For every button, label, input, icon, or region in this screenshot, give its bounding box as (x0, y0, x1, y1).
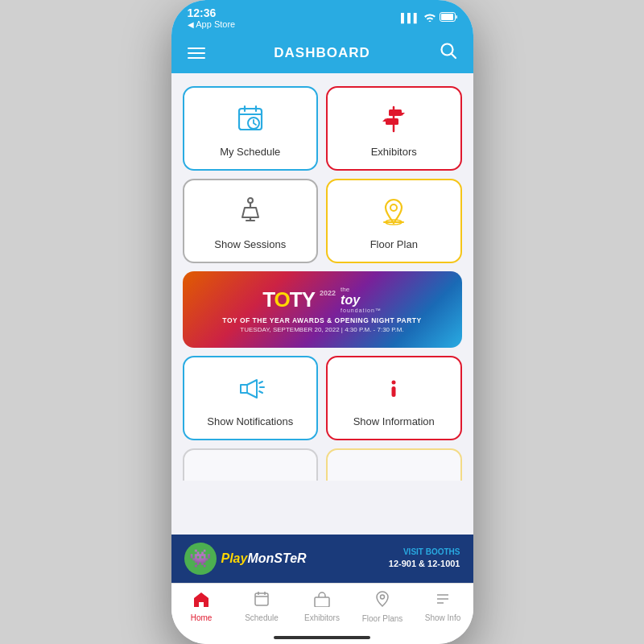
schedule-icon (234, 102, 266, 139)
status-bar: 12:36 App Store ▌▌▌ (171, 0, 473, 32)
tab-exhibitors-label: Exhibitors (304, 613, 340, 622)
grid-row-2: Show Sessions Floor Plan (183, 179, 462, 263)
tab-show-info-label: Show Info (425, 613, 460, 622)
svg-marker-22 (241, 380, 257, 398)
grid-row-4 (183, 448, 462, 481)
svg-point-16 (248, 198, 253, 203)
show-notifications-card[interactable]: Show Notifications (183, 356, 319, 440)
grid-row-1: My Schedule Exhibitors (183, 86, 462, 171)
home-bar (274, 636, 370, 639)
toty-title: TOTY (262, 289, 315, 310)
exhibitors-icon (378, 102, 410, 139)
battery-icon (440, 12, 457, 23)
floor-plan-label: Floor Plan (370, 238, 418, 250)
show-info-tab-icon (435, 591, 451, 611)
play-monster-logo: 👾 PlayMonSTeR (184, 543, 307, 575)
schedule-tab-icon (254, 591, 270, 611)
sessions-icon (234, 195, 266, 232)
signal-icon: ▌▌▌ (401, 13, 419, 23)
partial-card-1 (183, 448, 319, 481)
phone-frame: 12:36 App Store ▌▌▌ DASHBOARD (171, 0, 473, 644)
monster-text: MonSTeR (247, 551, 306, 565)
svg-rect-10 (389, 109, 402, 116)
status-left: 12:36 App Store (188, 6, 236, 29)
svg-point-26 (392, 381, 396, 385)
svg-marker-14 (242, 208, 258, 217)
svg-rect-28 (255, 593, 268, 605)
floor-plan-icon (378, 195, 410, 232)
svg-rect-32 (315, 597, 329, 607)
tab-home-label: Home (191, 613, 213, 622)
ad-banner[interactable]: 👾 PlayMonSTeR VISIT BOOTHS 12-901 & 12-1… (171, 535, 473, 583)
toty-logo: TOTY 2022 the toy foundation™ (262, 286, 382, 313)
svg-marker-13 (382, 118, 386, 122)
svg-rect-12 (386, 118, 398, 125)
floor-plan-card[interactable]: Floor Plan (326, 179, 462, 263)
svg-line-25 (259, 391, 262, 393)
play-text: Play (221, 551, 248, 565)
the-text: the (341, 286, 349, 293)
tab-show-info[interactable]: Show Info (413, 591, 473, 622)
svg-line-23 (259, 382, 262, 383)
show-sessions-label: Show Sessions (214, 238, 286, 250)
visit-label: VISIT BOOTHS (389, 547, 460, 558)
svg-rect-1 (441, 14, 453, 20)
monster-mascot-icon: 👾 (184, 543, 217, 575)
tab-floor-plans-label: Floor Plans (362, 614, 403, 623)
toy-text: toy (341, 293, 360, 308)
tab-exhibitors[interactable]: Exhibitors (292, 591, 353, 622)
status-icons: ▌▌▌ (401, 12, 456, 23)
play-monster-text: PlayMonSTeR (221, 551, 307, 565)
wifi-icon (423, 12, 436, 23)
my-schedule-card[interactable]: My Schedule (183, 86, 319, 171)
toty-banner[interactable]: TOTY 2022 the toy foundation™ TOY OF THE… (183, 271, 462, 348)
menu-button[interactable] (188, 47, 205, 59)
status-store: App Store (188, 19, 236, 29)
foundation-text: foundation™ (341, 308, 382, 313)
exhibitors-tab-icon (313, 591, 331, 611)
partial-card-2 (326, 448, 462, 481)
show-sessions-card[interactable]: Show Sessions (183, 179, 319, 263)
toty-year: 2022 (320, 289, 336, 297)
information-icon (378, 372, 410, 409)
show-information-card[interactable]: Show Information (326, 356, 462, 440)
svg-point-33 (381, 595, 385, 599)
app-header: DASHBOARD (171, 32, 473, 73)
header-title: DASHBOARD (274, 45, 370, 61)
status-time: 12:36 (188, 6, 236, 19)
banner-subtitle: TOY OF THE YEAR AWARDS & OPENING NIGHT P… (222, 316, 421, 324)
toy-foundation: the toy foundation™ (341, 286, 382, 313)
tab-bar: Home Schedule Exhibitors Floor Plans Sho… (171, 583, 473, 633)
exhibitors-card[interactable]: Exhibitors (326, 86, 462, 171)
my-schedule-label: My Schedule (220, 146, 280, 158)
svg-rect-27 (392, 386, 396, 397)
visit-info: VISIT BOOTHS 12-901 & 12-1001 (389, 547, 460, 570)
svg-point-19 (390, 204, 397, 211)
floor-plans-tab-icon (374, 590, 390, 612)
svg-marker-11 (402, 113, 405, 116)
search-button[interactable] (440, 42, 457, 64)
grid-row-3: Show Notifications Show Information (183, 356, 462, 440)
tab-home[interactable]: Home (171, 591, 232, 622)
notifications-icon (234, 372, 266, 409)
tab-floor-plans[interactable]: Floor Plans (353, 590, 413, 623)
main-content: My Schedule Exhibitors (171, 73, 473, 535)
tab-schedule[interactable]: Schedule (232, 591, 292, 622)
exhibitors-label: Exhibitors (371, 146, 417, 158)
home-icon (192, 591, 210, 611)
show-information-label: Show Information (353, 415, 435, 427)
play-monster-name: PlayMonSTeR (221, 551, 307, 566)
show-notifications-label: Show Notifications (207, 415, 293, 427)
banner-date: TUESDAY, SEPTEMBER 20, 2022 | 4:30 P.M. … (240, 326, 403, 333)
tab-schedule-label: Schedule (245, 613, 279, 622)
booth-numbers: 12-901 & 12-1001 (389, 558, 460, 570)
svg-line-3 (451, 54, 456, 59)
home-indicator (171, 633, 473, 644)
